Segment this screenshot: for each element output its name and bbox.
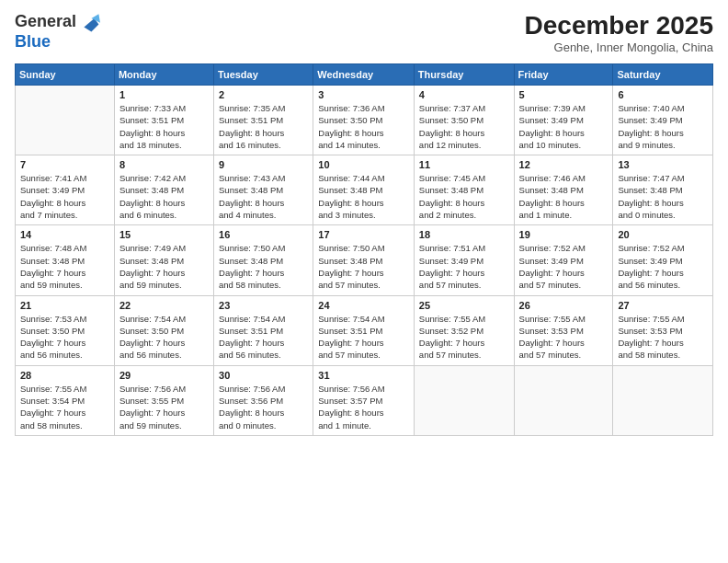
weekday-header-monday: Monday bbox=[114, 64, 213, 86]
calendar-cell: 5Sunrise: 7:39 AM Sunset: 3:49 PM Daylig… bbox=[514, 86, 613, 155]
calendar: SundayMondayTuesdayWednesdayThursdayFrid… bbox=[15, 63, 713, 436]
day-info: Sunrise: 7:52 AM Sunset: 3:49 PM Dayligh… bbox=[618, 242, 708, 291]
main-title: December 2025 bbox=[525, 11, 713, 40]
calendar-cell: 28Sunrise: 7:55 AM Sunset: 3:54 PM Dayli… bbox=[16, 365, 115, 435]
day-number: 21 bbox=[20, 300, 109, 311]
calendar-cell: 9Sunrise: 7:43 AM Sunset: 3:48 PM Daylig… bbox=[214, 155, 313, 225]
day-info: Sunrise: 7:55 AM Sunset: 3:53 PM Dayligh… bbox=[618, 313, 708, 362]
calendar-cell: 4Sunrise: 7:37 AM Sunset: 3:50 PM Daylig… bbox=[414, 86, 514, 155]
day-info: Sunrise: 7:56 AM Sunset: 3:56 PM Dayligh… bbox=[219, 383, 308, 431]
day-number: 10 bbox=[318, 159, 409, 170]
day-number: 2 bbox=[219, 89, 308, 100]
day-info: Sunrise: 7:49 AM Sunset: 3:48 PM Dayligh… bbox=[119, 242, 209, 291]
day-number: 12 bbox=[519, 159, 609, 170]
day-info: Sunrise: 7:35 AM Sunset: 3:51 PM Dayligh… bbox=[219, 102, 308, 151]
logo: General Blue bbox=[15, 11, 100, 52]
calendar-cell bbox=[414, 365, 514, 435]
calendar-cell: 30Sunrise: 7:56 AM Sunset: 3:56 PM Dayli… bbox=[214, 365, 313, 435]
day-number: 26 bbox=[519, 300, 609, 311]
calendar-cell: 24Sunrise: 7:54 AM Sunset: 3:51 PM Dayli… bbox=[313, 295, 415, 365]
day-info: Sunrise: 7:54 AM Sunset: 3:51 PM Dayligh… bbox=[219, 313, 308, 362]
day-info: Sunrise: 7:36 AM Sunset: 3:50 PM Dayligh… bbox=[318, 102, 409, 151]
day-number: 27 bbox=[618, 300, 708, 311]
calendar-cell: 8Sunrise: 7:42 AM Sunset: 3:48 PM Daylig… bbox=[114, 155, 213, 225]
day-number: 25 bbox=[419, 300, 509, 311]
calendar-week-5: 28Sunrise: 7:55 AM Sunset: 3:54 PM Dayli… bbox=[16, 365, 713, 435]
calendar-cell bbox=[16, 86, 115, 155]
day-info: Sunrise: 7:42 AM Sunset: 3:48 PM Dayligh… bbox=[119, 172, 209, 221]
day-number: 18 bbox=[419, 229, 509, 240]
day-info: Sunrise: 7:45 AM Sunset: 3:48 PM Dayligh… bbox=[419, 172, 509, 221]
day-info: Sunrise: 7:56 AM Sunset: 3:57 PM Dayligh… bbox=[318, 383, 409, 431]
day-number: 16 bbox=[219, 229, 308, 240]
day-info: Sunrise: 7:52 AM Sunset: 3:49 PM Dayligh… bbox=[519, 242, 609, 291]
day-info: Sunrise: 7:55 AM Sunset: 3:53 PM Dayligh… bbox=[519, 313, 609, 362]
day-number: 8 bbox=[119, 159, 209, 170]
calendar-cell: 26Sunrise: 7:55 AM Sunset: 3:53 PM Dayli… bbox=[514, 295, 613, 365]
day-number: 9 bbox=[219, 159, 308, 170]
day-info: Sunrise: 7:41 AM Sunset: 3:49 PM Dayligh… bbox=[20, 172, 109, 221]
calendar-cell: 27Sunrise: 7:55 AM Sunset: 3:53 PM Dayli… bbox=[613, 295, 713, 365]
calendar-body: 1Sunrise: 7:33 AM Sunset: 3:51 PM Daylig… bbox=[16, 86, 713, 436]
day-number: 31 bbox=[318, 370, 409, 381]
calendar-week-3: 14Sunrise: 7:48 AM Sunset: 3:48 PM Dayli… bbox=[16, 225, 713, 295]
day-info: Sunrise: 7:56 AM Sunset: 3:55 PM Dayligh… bbox=[119, 383, 209, 431]
day-number: 20 bbox=[618, 229, 708, 240]
subtitle: Genhe, Inner Mongolia, China bbox=[525, 40, 713, 54]
day-number: 1 bbox=[119, 89, 209, 100]
calendar-cell: 19Sunrise: 7:52 AM Sunset: 3:49 PM Dayli… bbox=[514, 225, 613, 295]
day-number: 24 bbox=[318, 300, 409, 311]
weekday-header-saturday: Saturday bbox=[613, 64, 713, 86]
day-number: 29 bbox=[119, 370, 209, 381]
calendar-cell: 18Sunrise: 7:51 AM Sunset: 3:49 PM Dayli… bbox=[414, 225, 514, 295]
page: General Blue December 2025 Genhe, Inner … bbox=[0, 0, 728, 563]
day-number: 6 bbox=[618, 89, 708, 100]
calendar-week-4: 21Sunrise: 7:53 AM Sunset: 3:50 PM Dayli… bbox=[16, 295, 713, 365]
calendar-cell: 2Sunrise: 7:35 AM Sunset: 3:51 PM Daylig… bbox=[214, 86, 313, 155]
calendar-cell: 17Sunrise: 7:50 AM Sunset: 3:48 PM Dayli… bbox=[313, 225, 415, 295]
calendar-week-2: 7Sunrise: 7:41 AM Sunset: 3:49 PM Daylig… bbox=[16, 155, 713, 225]
day-info: Sunrise: 7:44 AM Sunset: 3:48 PM Dayligh… bbox=[318, 172, 409, 221]
day-info: Sunrise: 7:46 AM Sunset: 3:48 PM Dayligh… bbox=[519, 172, 609, 221]
calendar-cell: 29Sunrise: 7:56 AM Sunset: 3:55 PM Dayli… bbox=[114, 365, 213, 435]
day-info: Sunrise: 7:54 AM Sunset: 3:50 PM Dayligh… bbox=[119, 313, 209, 362]
day-number: 17 bbox=[318, 229, 409, 240]
calendar-cell bbox=[514, 365, 613, 435]
calendar-cell: 22Sunrise: 7:54 AM Sunset: 3:50 PM Dayli… bbox=[114, 295, 213, 365]
calendar-cell: 23Sunrise: 7:54 AM Sunset: 3:51 PM Dayli… bbox=[214, 295, 313, 365]
calendar-cell: 20Sunrise: 7:52 AM Sunset: 3:49 PM Dayli… bbox=[613, 225, 713, 295]
title-block: December 2025 Genhe, Inner Mongolia, Chi… bbox=[525, 11, 713, 54]
calendar-cell: 7Sunrise: 7:41 AM Sunset: 3:49 PM Daylig… bbox=[16, 155, 115, 225]
calendar-cell: 6Sunrise: 7:40 AM Sunset: 3:49 PM Daylig… bbox=[613, 86, 713, 155]
logo-icon bbox=[78, 11, 100, 33]
calendar-cell: 15Sunrise: 7:49 AM Sunset: 3:48 PM Dayli… bbox=[114, 225, 213, 295]
day-number: 3 bbox=[318, 89, 409, 100]
day-number: 7 bbox=[20, 159, 109, 170]
day-number: 23 bbox=[219, 300, 308, 311]
day-number: 11 bbox=[419, 159, 509, 170]
calendar-cell: 11Sunrise: 7:45 AM Sunset: 3:48 PM Dayli… bbox=[414, 155, 514, 225]
logo-blue: Blue bbox=[15, 33, 100, 52]
calendar-cell bbox=[613, 365, 713, 435]
day-info: Sunrise: 7:54 AM Sunset: 3:51 PM Dayligh… bbox=[318, 313, 409, 362]
weekday-header-thursday: Thursday bbox=[414, 64, 514, 86]
weekday-header-sunday: Sunday bbox=[16, 64, 115, 86]
day-number: 28 bbox=[20, 370, 109, 381]
day-info: Sunrise: 7:50 AM Sunset: 3:48 PM Dayligh… bbox=[318, 242, 409, 291]
day-info: Sunrise: 7:53 AM Sunset: 3:50 PM Dayligh… bbox=[20, 313, 109, 362]
calendar-cell: 25Sunrise: 7:55 AM Sunset: 3:52 PM Dayli… bbox=[414, 295, 514, 365]
header: General Blue December 2025 Genhe, Inner … bbox=[15, 11, 713, 54]
calendar-cell: 14Sunrise: 7:48 AM Sunset: 3:48 PM Dayli… bbox=[16, 225, 115, 295]
day-number: 22 bbox=[119, 300, 209, 311]
day-info: Sunrise: 7:51 AM Sunset: 3:49 PM Dayligh… bbox=[419, 242, 509, 291]
day-info: Sunrise: 7:40 AM Sunset: 3:49 PM Dayligh… bbox=[618, 102, 708, 151]
day-info: Sunrise: 7:39 AM Sunset: 3:49 PM Dayligh… bbox=[519, 102, 609, 151]
calendar-cell: 10Sunrise: 7:44 AM Sunset: 3:48 PM Dayli… bbox=[313, 155, 415, 225]
day-info: Sunrise: 7:37 AM Sunset: 3:50 PM Dayligh… bbox=[419, 102, 509, 151]
day-info: Sunrise: 7:48 AM Sunset: 3:48 PM Dayligh… bbox=[20, 242, 109, 291]
weekday-header-wednesday: Wednesday bbox=[313, 64, 415, 86]
day-info: Sunrise: 7:50 AM Sunset: 3:48 PM Dayligh… bbox=[219, 242, 308, 291]
day-number: 15 bbox=[119, 229, 209, 240]
day-number: 19 bbox=[519, 229, 609, 240]
day-info: Sunrise: 7:55 AM Sunset: 3:52 PM Dayligh… bbox=[419, 313, 509, 362]
